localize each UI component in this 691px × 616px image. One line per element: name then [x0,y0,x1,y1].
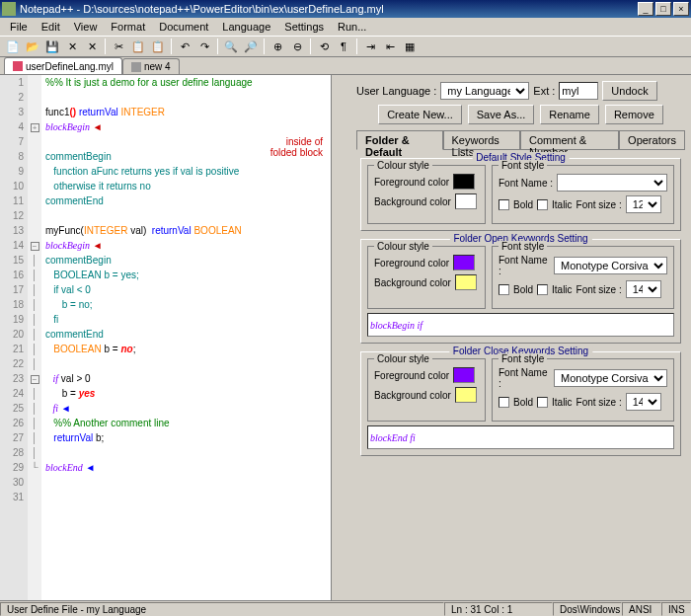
ext-label: Ext : [533,85,555,97]
menu-view[interactable]: View [68,19,104,35]
toolbar: 📄 📂 💾 ✕ ✕ ✂ 📋 📋 ↶ ↷ 🔍 🔎 ⊕ ⊖ ⟲ ¶ ⇥ ⇤ ▦ [0,36,691,57]
menu-language[interactable]: Language [216,19,276,35]
cut-icon[interactable]: ✂ [110,38,127,55]
undo-icon[interactable]: ↶ [176,38,193,55]
file-icon [13,61,23,71]
zoomout-icon[interactable]: ⊖ [288,38,306,55]
userlang-icon[interactable]: ▦ [401,38,419,55]
tab-keywords[interactable]: Keywords Lists [443,130,521,149]
font-size-select[interactable]: 12 [626,195,661,213]
app-icon [2,2,16,16]
create-new-button[interactable]: Create New... [378,105,462,124]
folder-close-group: Folder Close Keywords Setting Colour sty… [360,351,681,456]
status-encoding: ANSI [622,602,661,616]
file-icon [131,62,141,72]
font-name-select[interactable]: Monotype Corsiva [554,257,667,274]
annotation: inside offolded block [270,136,323,158]
folder-open-group: Folder Open Keywords Setting Colour styl… [360,239,681,344]
window-title: Notepad++ - D:\sources\notepad++\PowerEd… [20,3,636,15]
tab-comment[interactable]: Comment & Number [520,130,619,149]
rename-button[interactable]: Rename [540,105,599,124]
save-as-button[interactable]: Save As... [468,105,535,124]
title-bar: Notepad++ - D:\sources\notepad++\PowerEd… [0,0,691,18]
line-numbers: 1234789101112131415161718192021222324252… [0,75,28,600]
default-style-group: Default Style Setting Colour style Foreg… [360,158,681,231]
language-select[interactable]: my Language [440,82,529,100]
menu-settings[interactable]: Settings [278,19,330,35]
tab-label: new 4 [144,61,171,72]
fold-margin[interactable]: +−││││││││−│││││└ [28,75,41,600]
tab-folder-default[interactable]: Folder & Default [356,130,443,150]
bg-color-swatch[interactable] [455,193,477,209]
close-button[interactable]: × [673,2,689,16]
code-editor[interactable]: 1234789101112131415161718192021222324252… [0,75,350,600]
tab-userdefinelang[interactable]: userDefineLang.myl [4,57,122,74]
remove-button[interactable]: Remove [605,105,663,124]
status-mode: INS [661,602,691,616]
close-icon[interactable]: ✕ [63,38,81,55]
redo-icon[interactable]: ↷ [195,38,213,55]
ext-input[interactable] [559,82,598,100]
code-area[interactable]: %% It is just a demo for a user define l… [41,75,331,600]
user-define-panel: User Language : my Language Ext : Undock… [350,75,691,600]
font-name-select[interactable] [557,174,667,192]
status-position: Ln : 31 Col : 1 [444,602,553,616]
find-icon[interactable]: 🔍 [222,38,240,55]
bg-color-swatch[interactable] [455,274,477,290]
menu-format[interactable]: Format [105,19,151,35]
italic-checkbox[interactable] [537,284,548,295]
bg-color-swatch[interactable] [455,387,477,403]
menu-run[interactable]: Run... [332,19,372,35]
outdent-icon[interactable]: ⇤ [381,38,399,55]
closeall-icon[interactable]: ✕ [83,38,101,55]
tab-new4[interactable]: new 4 [122,58,180,74]
zoomin-icon[interactable]: ⊕ [269,38,286,55]
fg-color-swatch[interactable] [453,255,475,270]
bold-checkbox[interactable] [499,397,509,408]
user-language-label: User Language : [356,85,436,97]
tab-operators[interactable]: Operators [619,130,685,149]
font-size-select[interactable]: 14 [626,393,661,411]
menu-bar: File Edit View Format Document Language … [0,18,691,36]
italic-checkbox[interactable] [537,397,548,408]
vertical-scrollbar[interactable] [331,75,346,600]
menu-edit[interactable]: Edit [36,19,66,35]
settings-tabs: Folder & Default Keywords Lists Comment … [356,130,685,150]
indent-icon[interactable]: ⇥ [361,38,379,55]
open-keywords-input[interactable] [367,313,674,337]
undock-button[interactable]: Undock [602,81,656,101]
status-file: User Define File - my Language [0,602,444,616]
sync-icon[interactable]: ⟲ [315,38,333,55]
bold-checkbox[interactable] [499,199,509,210]
italic-checkbox[interactable] [537,199,548,210]
font-name-select[interactable]: Monotype Corsiva [554,369,667,387]
bold-checkbox[interactable] [499,284,509,295]
fg-color-swatch[interactable] [453,174,475,190]
open-icon[interactable]: 📂 [24,38,41,55]
menu-file[interactable]: File [4,19,34,35]
document-tabs: userDefineLang.myl new 4 [0,57,691,75]
tab-label: userDefineLang.myl [26,61,114,72]
fg-color-swatch[interactable] [453,367,475,383]
status-eol: Dos\Windows [553,602,622,616]
font-size-select[interactable]: 14 [626,280,661,298]
new-icon[interactable]: 📄 [4,38,22,55]
paste-icon[interactable]: 📋 [149,38,167,55]
copy-icon[interactable]: 📋 [129,38,147,55]
replace-icon[interactable]: 🔎 [242,38,260,55]
save-icon[interactable]: 💾 [43,38,61,55]
close-keywords-input[interactable] [367,425,674,449]
minimize-button[interactable]: _ [638,2,653,16]
maximize-button[interactable]: □ [655,2,671,16]
wrap-icon[interactable]: ¶ [335,38,352,55]
status-bar: User Define File - my Language Ln : 31 C… [0,600,691,616]
menu-document[interactable]: Document [153,19,214,35]
